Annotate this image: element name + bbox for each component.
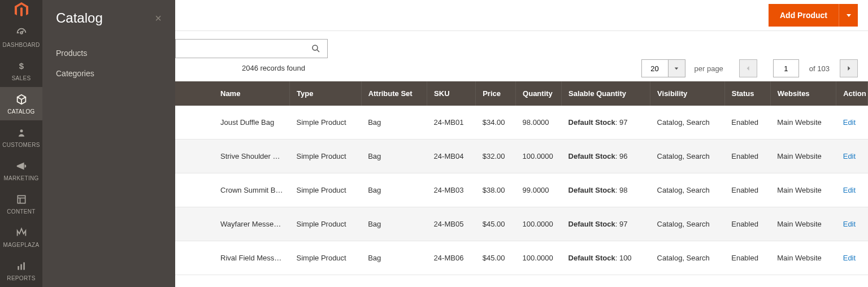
nav-reports[interactable]: REPORTS: [0, 254, 42, 287]
col-price[interactable]: Price: [476, 81, 516, 106]
cell-name: Wayfarer Messenger Bag: [175, 207, 290, 241]
pager: per page of 103: [641, 59, 858, 77]
nav-label: DASHBOARD: [2, 42, 40, 48]
table-row[interactable]: Strive Shoulder PackSimple ProductBag24-…: [175, 140, 868, 173]
cell-name: Rival Field Messenger: [175, 241, 290, 275]
prev-page-button[interactable]: [739, 59, 757, 77]
col-action[interactable]: Action: [836, 81, 868, 106]
cell-status: Enabled: [724, 173, 770, 207]
svg-point-6: [313, 45, 318, 50]
add-product-button[interactable]: Add Product: [769, 4, 839, 27]
chevron-left-icon: [746, 66, 750, 71]
cell-qty: 100.0000: [516, 207, 562, 241]
cell-status: Enabled: [724, 241, 770, 275]
cell-visibility: Catalog, Search: [650, 207, 725, 241]
nav-dashboard[interactable]: DASHBOARD: [0, 20, 42, 54]
cell-price: $45.00: [476, 207, 516, 241]
megaphone-icon: [15, 159, 28, 173]
cell-price: $34.00: [476, 106, 516, 140]
per-page-input[interactable]: [641, 59, 669, 77]
per-page-label: per page: [695, 64, 723, 73]
nav-customers[interactable]: CUSTOMERS: [0, 120, 42, 154]
table-row[interactable]: Rival Field MessengerSimple ProductBag24…: [175, 241, 868, 275]
cell-qty: 98.0000: [516, 106, 562, 140]
edit-link[interactable]: Edit: [843, 254, 856, 262]
edit-link[interactable]: Edit: [843, 220, 856, 228]
col-name[interactable]: Name: [175, 81, 290, 106]
col-quantity[interactable]: Quantity: [516, 81, 562, 106]
edit-link[interactable]: Edit: [843, 186, 856, 194]
nav-mageplaza[interactable]: MAGEPLAZA: [0, 220, 42, 254]
svg-text:$: $: [19, 61, 24, 71]
cell-visibility: Catalog, Search: [650, 241, 725, 275]
per-page-select[interactable]: [669, 59, 685, 77]
col-websites[interactable]: Websites: [770, 81, 836, 106]
flyout-item-products[interactable]: Products: [56, 43, 162, 63]
keyword-search: [175, 39, 328, 58]
nav-sales[interactable]: $ SALES: [0, 54, 42, 87]
cell-name: Crown Summit Backpack: [175, 173, 290, 207]
cell-attr: Bag: [361, 140, 427, 173]
cell-price: $45.00: [476, 241, 516, 275]
nav-label: REPORTS: [7, 275, 35, 281]
cell-sku: 24-MB05: [427, 207, 476, 241]
edit-link[interactable]: Edit: [843, 118, 856, 127]
cell-visibility: Catalog, Search: [650, 106, 725, 140]
svg-point-1: [20, 129, 23, 132]
col-type[interactable]: Type: [290, 81, 362, 106]
cell-type: Simple Product: [290, 241, 362, 275]
cell-qty: 99.0000: [516, 173, 562, 207]
flyout-item-categories[interactable]: Categories: [56, 63, 162, 84]
cell-sku: 24-MB04: [427, 140, 476, 173]
cube-icon: [15, 93, 28, 106]
cell-action: Edit: [836, 207, 868, 241]
cell-status: Enabled: [724, 207, 770, 241]
nav-content[interactable]: CONTENT: [0, 187, 42, 220]
cell-websites: Main Website: [770, 207, 836, 241]
cell-action: Edit: [836, 173, 868, 207]
next-page-button[interactable]: [840, 59, 858, 77]
cell-websites: Main Website: [770, 241, 836, 275]
cell-sku: 24-MB06: [427, 241, 476, 275]
person-icon: [15, 126, 28, 140]
cell-salable: Default Stock: 97: [562, 106, 650, 140]
add-product-split-button: Add Product: [769, 4, 858, 27]
search-button[interactable]: [305, 44, 327, 54]
cell-visibility: Catalog, Search: [650, 140, 725, 173]
col-salable[interactable]: Salable Quantity: [562, 81, 650, 106]
table-row[interactable]: Crown Summit BackpackSimple ProductBag24…: [175, 173, 868, 207]
svg-rect-5: [23, 262, 25, 269]
nav-catalog[interactable]: CATALOG: [0, 87, 42, 120]
cell-websites: Main Website: [770, 140, 836, 173]
col-status[interactable]: Status: [724, 81, 770, 106]
edit-link[interactable]: Edit: [843, 152, 856, 160]
cell-salable: Default Stock: 96: [562, 140, 650, 173]
cell-type: Simple Product: [290, 173, 362, 207]
close-icon[interactable]: ×: [155, 12, 162, 24]
products-grid: Name Type Attribute Set SKU Price Quanti…: [175, 81, 868, 275]
cell-action: Edit: [836, 140, 868, 173]
search-input[interactable]: [176, 40, 305, 58]
cell-price: $38.00: [476, 173, 516, 207]
cell-name: Joust Duffle Bag: [175, 106, 290, 140]
magento-logo[interactable]: [0, 0, 42, 20]
nav-marketing[interactable]: MARKETING: [0, 154, 42, 187]
add-product-caret[interactable]: [839, 4, 858, 27]
table-row[interactable]: Wayfarer Messenger BagSimple ProductBag2…: [175, 207, 868, 241]
caret-down-icon: [846, 12, 852, 18]
col-sku[interactable]: SKU: [427, 81, 476, 106]
page-input[interactable]: [773, 59, 799, 77]
cell-websites: Main Website: [770, 106, 836, 140]
col-attribute-set[interactable]: Attribute Set: [361, 81, 427, 106]
nav-label: MAGEPLAZA: [3, 242, 40, 248]
col-visibility[interactable]: Visibility: [650, 81, 725, 106]
page-of: of 103: [809, 64, 830, 73]
cell-visibility: Catalog, Search: [650, 173, 725, 207]
table-row[interactable]: Joust Duffle BagSimple ProductBag24-MB01…: [175, 106, 868, 140]
cell-type: Simple Product: [290, 140, 362, 173]
search-icon: [311, 44, 321, 54]
cell-attr: Bag: [361, 207, 427, 241]
svg-rect-2: [18, 195, 25, 203]
cell-type: Simple Product: [290, 106, 362, 140]
cell-salable: Default Stock: 100: [562, 241, 650, 275]
